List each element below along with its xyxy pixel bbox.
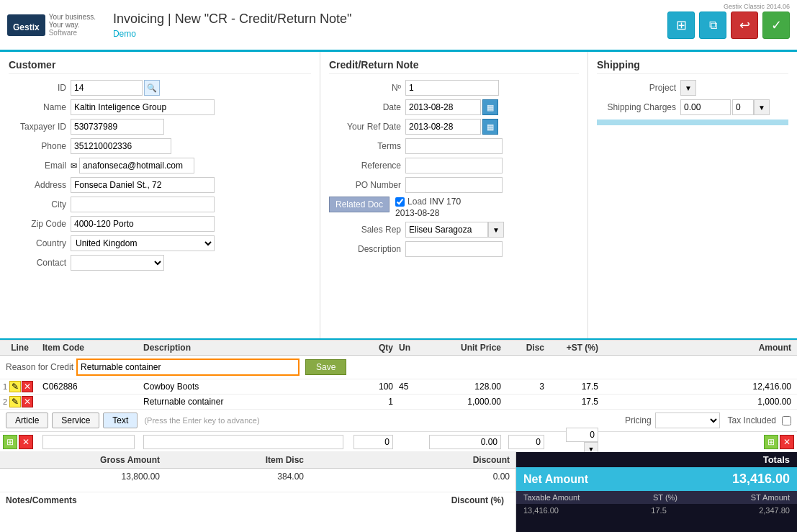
new-line-confirm-button[interactable]: ⊞ — [764, 435, 778, 449]
copy-button[interactable]: ⧉ — [699, 12, 726, 39]
id-input[interactable] — [71, 80, 143, 96]
zipcode-input[interactable] — [71, 216, 215, 232]
tax-included-checkbox[interactable] — [782, 416, 791, 425]
project-label: Project — [597, 83, 676, 93]
name-input[interactable] — [71, 99, 215, 115]
hint-text: (Press the Enter key to advance) — [144, 416, 259, 425]
po-number-label: PO Number — [329, 180, 401, 190]
cancel-line-icon: ✕ — [783, 437, 791, 447]
add-line-delete-button[interactable]: ✕ — [19, 435, 33, 449]
date-input[interactable] — [405, 99, 481, 115]
inv-ref: INV 170 — [430, 197, 461, 207]
copy-icon: ⧉ — [709, 19, 717, 32]
new-st-input[interactable] — [566, 428, 598, 442]
reference-label: Reference — [329, 161, 401, 171]
st-amount-value: 2,347.80 — [759, 506, 790, 515]
st-pct-label: ST (%) — [653, 493, 677, 502]
new-desc-input[interactable] — [143, 435, 343, 449]
load-label: Load — [407, 197, 427, 207]
reference-input[interactable] — [405, 158, 503, 173]
add-line-green-button[interactable]: ⊞ — [3, 435, 17, 449]
customer-panel: Customer ID 🔍 Name Taxpayer ID Phone Ema… — [0, 52, 320, 338]
taxable-header-row: Taxable Amount ST (%) ST Amount — [516, 491, 797, 504]
col-amount-header: Amount — [601, 341, 797, 355]
name-label: Name — [9, 102, 66, 112]
id-search-button[interactable]: 🔍 — [144, 80, 160, 96]
notes-label: Notes/Comments — [6, 495, 77, 505]
phone-input[interactable] — [71, 138, 171, 154]
back-button[interactable]: ↩ — [731, 12, 758, 39]
date-calendar-button[interactable]: ▦ — [482, 99, 498, 115]
item-disc-value: 384.00 — [166, 469, 310, 484]
edit-row-1-button[interactable]: ✎ — [9, 381, 21, 392]
taxable-amount-value: 13,416.00 — [523, 506, 559, 515]
taxable-amount-label: Taxable Amount — [523, 493, 580, 502]
delete-icon: ✕ — [24, 382, 31, 392]
back-icon: ↩ — [739, 17, 750, 33]
edit-row-2-button[interactable]: ✎ — [9, 396, 21, 407]
st-pct-value: 17.5 — [651, 506, 666, 515]
gross-amount-header: Gross Amount — [0, 452, 166, 468]
new-line-row: ⊞ ✕ ▼ ⊞ ✕ — [0, 432, 797, 452]
your-ref-input[interactable] — [405, 119, 481, 135]
description-input[interactable] — [405, 241, 503, 257]
cell-st-2: 17.5 — [547, 395, 601, 408]
article-button[interactable]: Article — [6, 412, 48, 428]
remove-icon: ✕ — [22, 437, 30, 447]
cell-price-1: 128.00 — [425, 380, 504, 393]
discount-pct-label: Discount (%) — [451, 495, 510, 505]
header-buttons: ⊞ ⧉ ↩ ✓ — [667, 12, 790, 39]
item-disc-header: Item Disc — [166, 452, 310, 468]
n-label: Nº — [329, 83, 401, 93]
po-number-input[interactable] — [405, 177, 503, 193]
your-ref-calendar-button[interactable]: ▦ — [482, 119, 498, 135]
new-code-input[interactable] — [42, 435, 135, 449]
terms-input[interactable] — [405, 138, 503, 154]
tax-label: Tax Included — [728, 415, 776, 425]
line-toolbar: Article Service Text (Press the Enter ke… — [0, 410, 797, 432]
new-disc-input[interactable] — [508, 435, 544, 449]
demo-label[interactable]: Demo — [113, 29, 667, 39]
cell-disc-1: 3 — [504, 380, 547, 393]
totals-right: Totals Net Amount 13,416.00 Taxable Amou… — [516, 452, 797, 532]
sales-rep-input[interactable] — [405, 222, 488, 238]
email-input[interactable] — [79, 158, 194, 173]
taxpayer-input[interactable] — [71, 119, 164, 135]
delete-icon: ✕ — [24, 397, 31, 407]
sales-rep-dropdown-button[interactable]: ▼ — [488, 222, 504, 238]
edit-icon: ✎ — [12, 382, 19, 392]
delete-row-1-button[interactable]: ✕ — [22, 381, 33, 392]
text-button[interactable]: Text — [103, 412, 138, 428]
shipping-qty-input[interactable] — [732, 99, 754, 115]
project-dropdown-button[interactable]: ▼ — [680, 80, 696, 96]
pricing-select[interactable] — [655, 412, 720, 428]
new-line-cancel-button[interactable]: ✕ — [780, 435, 794, 449]
new-price-input[interactable] — [429, 435, 501, 449]
shipping-charges-input[interactable] — [680, 99, 731, 115]
discount-header: Discount — [310, 452, 515, 468]
contact-select[interactable] — [71, 255, 164, 271]
inv-date: 2013-08-28 — [395, 208, 439, 218]
reason-input[interactable] — [76, 359, 300, 376]
col-qty-header: Qty — [349, 341, 396, 355]
cell-un-2 — [396, 400, 425, 403]
delete-row-2-button[interactable]: ✕ — [22, 396, 33, 407]
country-select[interactable]: United Kingdom Portugal Spain France Ger… — [71, 235, 215, 251]
cell-desc-2: Returnable container — [140, 395, 349, 408]
related-doc-button[interactable]: Related Doc — [329, 197, 390, 212]
shipping-dropdown-button[interactable]: ▼ — [754, 99, 770, 115]
st-amount-label: ST Amount — [751, 493, 790, 502]
city-input[interactable] — [71, 197, 215, 212]
reason-row: Reason for Credit Save — [0, 356, 797, 379]
confirm-button[interactable]: ✓ — [762, 12, 790, 39]
zipcode-label: Zip Code — [9, 219, 66, 229]
save-button[interactable]: Save — [305, 359, 346, 375]
address-input[interactable] — [71, 177, 215, 193]
contact-label: Contact — [9, 258, 66, 268]
new-qty-input[interactable] — [354, 435, 393, 449]
load-checkbox[interactable] — [395, 197, 405, 207]
new-button[interactable]: ⊞ — [667, 12, 695, 39]
service-button[interactable]: Service — [52, 412, 99, 428]
n-input[interactable] — [405, 80, 499, 96]
taxable-values-row: 13,416.00 17.5 2,347.80 — [516, 504, 797, 517]
